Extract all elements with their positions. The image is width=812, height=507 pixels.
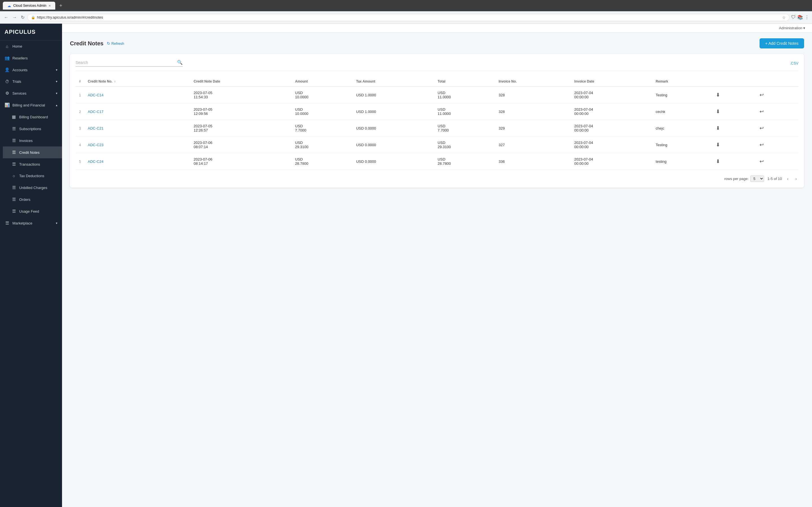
sidebar-item-unbilled-charges-label: Unbilled Charges bbox=[19, 186, 47, 190]
sidebar-item-billing-dashboard[interactable]: ▦ Billing Dashboard bbox=[3, 111, 62, 123]
cell-download-action[interactable]: ⬇ bbox=[711, 87, 755, 103]
content-card: 🔍 .CSV # Credit Note No. ↑ Credit Note D… bbox=[70, 54, 804, 187]
prev-page-button[interactable]: ‹ bbox=[785, 176, 790, 182]
star-icon[interactable]: ☆ bbox=[782, 15, 786, 20]
sidebar-item-billing[interactable]: 📊 Billing and Financial ▴ bbox=[0, 99, 62, 111]
download-icon[interactable]: ⬇ bbox=[714, 92, 722, 98]
back-button[interactable]: ← bbox=[3, 14, 10, 21]
new-tab-button[interactable]: + bbox=[57, 2, 64, 9]
table-row: 3 ADC-C21 2023-07-05 12:26:57 USD 7.7000… bbox=[75, 120, 799, 136]
sidebar-item-tax-deductions[interactable]: ○ Tax Deductions bbox=[3, 170, 62, 182]
forward-button[interactable]: → bbox=[11, 14, 18, 21]
admin-dropdown[interactable]: Administration ▾ bbox=[779, 26, 805, 30]
sidebar-item-usage-feed[interactable]: ☰ Usage Feed bbox=[3, 205, 62, 217]
cell-credit-note-date: 2023-07-06 08:07:14 bbox=[190, 136, 292, 153]
address-bar[interactable]: 🔒 https://try.apiculus.io/admin/#/credit… bbox=[28, 14, 790, 21]
sidebar-item-home-label: Home bbox=[12, 44, 22, 48]
sidebar-item-tax-deductions-label: Tax Deductions bbox=[19, 174, 44, 178]
col-invoice-no: Invoice No. bbox=[495, 76, 571, 87]
cell-credit-note-date: 2023-07-05 12:26:57 bbox=[190, 120, 292, 136]
cell-remark: Testing bbox=[652, 87, 711, 103]
add-credit-notes-button[interactable]: + Add Credit Notes bbox=[760, 38, 804, 48]
tab-title: Cloud Services Admin bbox=[13, 4, 46, 8]
sidebar-item-orders[interactable]: ☰ Orders bbox=[3, 193, 62, 205]
download-icon[interactable]: ⬇ bbox=[714, 158, 722, 165]
search-bar: 🔍 bbox=[75, 60, 183, 67]
sidebar-item-invoices-label: Invoices bbox=[19, 138, 33, 143]
cell-credit-note-no[interactable]: ADC-C21 bbox=[84, 120, 190, 136]
sidebar-item-services[interactable]: ⚙ Services ▾ bbox=[0, 87, 62, 99]
csv-export-button[interactable]: .CSV bbox=[790, 61, 799, 65]
cell-remark: chejc bbox=[652, 120, 711, 136]
main-content: Credit Notes ↻ Refresh + Add Credit Note… bbox=[62, 33, 812, 507]
reload-button[interactable]: ↻ bbox=[20, 13, 26, 21]
tab-close-button[interactable]: ✕ bbox=[49, 4, 51, 7]
cell-credit-note-no[interactable]: ADC-C24 bbox=[84, 153, 190, 170]
search-icon[interactable]: 🔍 bbox=[177, 60, 183, 65]
sidebar-item-accounts-label: Accounts bbox=[12, 68, 28, 72]
browser-tab[interactable]: ☁ Cloud Services Admin ✕ bbox=[3, 2, 55, 10]
logo-text: APICULUS bbox=[4, 29, 36, 35]
invoices-icon: ☰ bbox=[11, 138, 16, 143]
cell-reverse-action[interactable]: ↩ bbox=[755, 87, 799, 103]
col-total: Total bbox=[434, 76, 495, 87]
reverse-icon[interactable]: ↩ bbox=[758, 142, 765, 148]
cell-download-action[interactable]: ⬇ bbox=[711, 136, 755, 153]
reverse-icon[interactable]: ↩ bbox=[758, 108, 765, 115]
bookmark-icon[interactable]: 📚 bbox=[797, 15, 803, 20]
download-icon[interactable]: ⬇ bbox=[714, 108, 722, 115]
reverse-icon[interactable]: ↩ bbox=[758, 125, 765, 131]
cell-credit-note-date: 2023-07-06 08:14:17 bbox=[190, 153, 292, 170]
reverse-icon[interactable]: ↩ bbox=[758, 158, 765, 165]
menu-icon[interactable]: ⋮ bbox=[805, 15, 809, 20]
cell-credit-note-no[interactable]: ADC-C14 bbox=[84, 87, 190, 103]
next-page-button[interactable]: › bbox=[794, 176, 799, 182]
sidebar-item-transactions[interactable]: ☰ Transactions bbox=[3, 158, 62, 170]
cell-tax-amount: USD 1.0000 bbox=[353, 87, 434, 103]
sidebar-item-billing-label: Billing and Financial bbox=[12, 103, 45, 107]
cell-reverse-action[interactable]: ↩ bbox=[755, 120, 799, 136]
download-icon[interactable]: ⬇ bbox=[714, 125, 722, 131]
sidebar-item-invoices[interactable]: ☰ Invoices bbox=[3, 135, 62, 147]
rows-per-page-select[interactable]: 5 10 25 bbox=[750, 175, 764, 182]
sidebar-item-resellers[interactable]: 👥 Resellers bbox=[0, 52, 62, 64]
cell-reverse-action[interactable]: ↩ bbox=[755, 136, 799, 153]
page-title-area: Credit Notes ↻ Refresh bbox=[70, 40, 124, 47]
sidebar-item-subscriptions[interactable]: ☰ Subscriptions bbox=[3, 123, 62, 135]
sidebar-item-home[interactable]: ⌂ Home bbox=[0, 41, 62, 52]
shield-icon[interactable]: 🛡 bbox=[791, 15, 796, 20]
cell-download-action[interactable]: ⬇ bbox=[711, 153, 755, 170]
cell-reverse-action[interactable]: ↩ bbox=[755, 153, 799, 170]
lock-icon: 🔒 bbox=[31, 15, 35, 19]
cell-invoice-date: 2023-07-04 00:00:00 bbox=[571, 136, 652, 153]
refresh-button[interactable]: ↻ Refresh bbox=[107, 41, 124, 46]
cell-reverse-action[interactable]: ↩ bbox=[755, 103, 799, 120]
cell-tax-amount: USD 1.0000 bbox=[353, 103, 434, 120]
services-icon: ⚙ bbox=[4, 91, 10, 96]
cell-remark: cechk bbox=[652, 103, 711, 120]
sidebar-item-credit-notes[interactable]: ☰ Credit Notes bbox=[3, 147, 62, 158]
cell-invoice-date: 2023-07-04 00:00:00 bbox=[571, 153, 652, 170]
cell-credit-note-date: 2023-07-05 12:09:56 bbox=[190, 103, 292, 120]
rows-per-page-label: rows per page: bbox=[724, 177, 749, 181]
cell-invoice-date: 2023-07-04 00:00:00 bbox=[571, 87, 652, 103]
cell-download-action[interactable]: ⬇ bbox=[711, 120, 755, 136]
cell-invoice-date: 2023-07-04 00:00:00 bbox=[571, 120, 652, 136]
cell-credit-note-no[interactable]: ADC-C17 bbox=[84, 103, 190, 120]
download-icon[interactable]: ⬇ bbox=[714, 142, 722, 148]
sidebar-item-accounts[interactable]: 👤 Accounts ▾ bbox=[0, 64, 62, 76]
cell-credit-note-no[interactable]: ADC-C23 bbox=[84, 136, 190, 153]
cell-invoice-no: 329 bbox=[495, 120, 571, 136]
refresh-label: Refresh bbox=[111, 41, 124, 46]
search-input[interactable] bbox=[75, 60, 175, 65]
reverse-icon[interactable]: ↩ bbox=[758, 92, 765, 98]
col-credit-note-no[interactable]: Credit Note No. ↑ bbox=[84, 76, 190, 87]
sidebar-item-marketplace[interactable]: ☰ Marketplace ▾ bbox=[0, 217, 62, 229]
col-actions2 bbox=[755, 76, 799, 87]
sidebar-item-billing-dashboard-label: Billing Dashboard bbox=[19, 115, 48, 119]
browser-bar: ☁ Cloud Services Admin ✕ + bbox=[0, 0, 812, 11]
subscriptions-icon: ☰ bbox=[11, 126, 16, 131]
sidebar-item-trials[interactable]: ⏱ Trials ▾ bbox=[0, 76, 62, 87]
cell-download-action[interactable]: ⬇ bbox=[711, 103, 755, 120]
sidebar-item-unbilled-charges[interactable]: ☰ Unbilled Charges bbox=[3, 182, 62, 193]
